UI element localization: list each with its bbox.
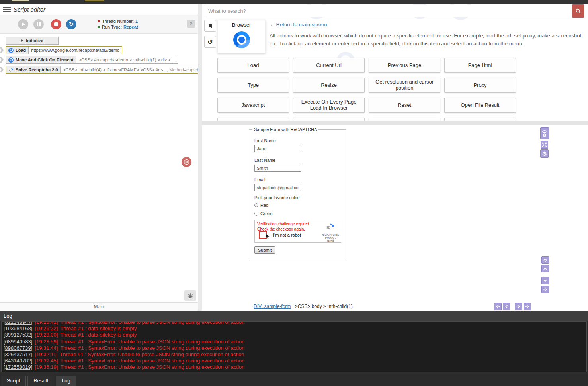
collapse-panel-button[interactable] xyxy=(182,157,191,167)
play-icon xyxy=(21,39,23,42)
log-entry-id-link[interactable]: [326437517] xyxy=(4,351,32,357)
log-entry-id-link[interactable]: [399127532] xyxy=(4,332,32,338)
run-type-value[interactable]: Repeat xyxy=(123,25,138,29)
scroll-far-left-button[interactable] xyxy=(494,303,502,310)
play-icon xyxy=(22,22,25,26)
step-connector-icon xyxy=(0,47,4,53)
pause-icon xyxy=(37,22,38,26)
return-to-main-link[interactable]: ← Return to main screen xyxy=(270,22,327,27)
section-divider xyxy=(202,121,588,125)
bookmark-icon xyxy=(208,23,213,29)
scroll-left-button[interactable] xyxy=(503,303,510,310)
expand-icon xyxy=(542,142,547,147)
radio-icon xyxy=(254,203,258,207)
restart-icon: ↻ xyxy=(69,21,74,28)
menu-icon[interactable] xyxy=(3,7,11,12)
first-name-field[interactable] xyxy=(254,145,301,152)
scroll-right-button[interactable] xyxy=(515,303,522,310)
log-panel: Log [822348947][19:25:41]Thread #1 : Syn… xyxy=(0,311,588,374)
log-panel-title: Log xyxy=(0,311,588,321)
action-button-reset[interactable]: Reset xyxy=(369,98,440,113)
scroll-up-button[interactable] xyxy=(541,265,549,272)
pause-button[interactable] xyxy=(33,19,44,29)
debug-button[interactable] xyxy=(184,290,196,301)
scroll-far-right-button[interactable] xyxy=(524,303,531,310)
log-entry-message: Thread #1 : data-sitekey is empty xyxy=(60,332,137,338)
log-entry-message: Thread #1 : SyntaxError: Unable to parse… xyxy=(60,321,244,325)
log-entry-message: Thread #1 : SyntaxError: Unable to parse… xyxy=(60,345,244,351)
log-entry-id-link[interactable]: [689940583] xyxy=(4,339,32,345)
last-name-field[interactable] xyxy=(254,165,301,172)
tab-result[interactable]: Result xyxy=(27,376,54,386)
email-field[interactable] xyxy=(254,184,301,191)
privacy-terms-links[interactable]: Privacy - Terms xyxy=(322,237,339,242)
bookmark-button[interactable] xyxy=(204,20,216,32)
step-move-click[interactable]: Move And Click On Element >CSS> #recaptc… xyxy=(6,56,178,64)
thread-number-value[interactable]: 1 xyxy=(135,19,138,24)
scroll-top-button[interactable] xyxy=(541,256,549,264)
fullscreen-tool-button[interactable] xyxy=(541,141,548,149)
tab-script[interactable]: Script xyxy=(1,376,26,386)
action-button-execute-on-load[interactable]: Execute On Every Page Load In Browser xyxy=(293,98,365,113)
window-top-strip xyxy=(0,0,588,4)
run-settings: Thread Number: 1 Run Type: Repeat xyxy=(98,18,138,30)
tab-log[interactable]: Log xyxy=(56,376,76,386)
recaptcha-icon xyxy=(8,67,14,72)
search-button[interactable] xyxy=(572,4,584,18)
recaptcha-widget: Verification challenge expired. Check th… xyxy=(254,220,341,243)
wifi-icon xyxy=(541,129,548,138)
log-entry-id-link[interactable]: [172558019] xyxy=(4,364,32,370)
history-button[interactable]: ↺ xyxy=(204,36,216,48)
log-list[interactable]: [822348947][19:25:41]Thread #1 : SyntaxE… xyxy=(1,321,587,372)
settings-tool-button[interactable]: ⚙ xyxy=(540,149,549,158)
radio-red[interactable]: Red xyxy=(254,203,268,208)
log-entry-id-link[interactable]: [193984168] xyxy=(4,325,32,331)
step-load[interactable]: Load https://www.google.com/recaptcha/ap… xyxy=(6,46,122,54)
step-selector[interactable]: >CSS> :nth-child(4) > iframe>FRAME> >CSS… xyxy=(63,67,167,72)
log-entry: [689940583][19:28:59]Thread #1 : SyntaxE… xyxy=(4,339,586,345)
submit-button[interactable]: Submit xyxy=(254,246,275,254)
log-entry-message: Thread #1 : data-sitekey is empty xyxy=(60,325,137,331)
browser-category-card[interactable]: Browser xyxy=(217,20,266,53)
step-selector[interactable]: >CSS> #recaptcha-demo > :nth-child(1) > … xyxy=(79,57,176,62)
log-entry-message: Thread #1 : SyntaxError: Unable to parse… xyxy=(60,339,244,345)
play-button[interactable] xyxy=(18,19,28,29)
thread-dot-icon xyxy=(98,20,100,22)
action-button-page-html[interactable]: Page Html xyxy=(444,58,516,73)
selector-element-link[interactable]: DIV .sample-form xyxy=(254,304,291,309)
log-entry-time: [19:32:11] xyxy=(35,351,57,357)
action-button-current-url[interactable]: Current Url xyxy=(293,58,365,73)
action-button-open-file-result[interactable]: Open File Result xyxy=(444,98,516,113)
network-tool-button[interactable] xyxy=(540,127,549,139)
last-name-label: Last Name xyxy=(254,158,275,163)
step-load-head: Load xyxy=(6,47,29,54)
log-entry: [399127532][19:28:00]Thread #1 : data-si… xyxy=(4,332,586,338)
initialize-block[interactable]: Initialize xyxy=(6,37,59,45)
scroll-down-button[interactable] xyxy=(541,277,549,284)
step-connector-icon xyxy=(0,57,4,63)
action-button-proxy[interactable]: Proxy xyxy=(444,78,516,93)
action-button-get-resolution[interactable]: Get resolution and cursor position xyxy=(369,78,440,93)
chromium-browser-icon xyxy=(233,31,250,48)
action-button-resize[interactable]: Resize xyxy=(293,78,365,93)
chevron-down-dot-icon xyxy=(543,287,548,292)
stop-icon xyxy=(54,22,58,26)
action-button-load[interactable]: Load xyxy=(217,58,289,73)
search-input[interactable] xyxy=(204,5,572,17)
scroll-bottom-button[interactable] xyxy=(541,286,549,293)
restart-button[interactable]: ↻ xyxy=(66,19,76,29)
action-button-javascript[interactable]: Javascript xyxy=(217,98,289,113)
log-entry-id-link[interactable]: [898067739] xyxy=(4,345,32,351)
arrow-right-circle-icon xyxy=(184,159,189,165)
action-button-type[interactable]: Type xyxy=(217,78,289,93)
log-entry-id-link[interactable]: [822348947] xyxy=(4,321,32,325)
email-label: Email xyxy=(254,177,266,182)
log-entry-id-link[interactable]: [643140782] xyxy=(4,358,32,364)
radio-green[interactable]: Green xyxy=(254,211,273,216)
chevron-right-icon xyxy=(516,304,521,309)
action-button-previous-page[interactable]: Previous Page xyxy=(369,58,440,73)
pause-icon xyxy=(39,22,41,26)
step-label: Move And Click On Element xyxy=(16,57,74,62)
stop-button[interactable] xyxy=(51,19,61,29)
panel-divider[interactable] xyxy=(198,4,202,311)
